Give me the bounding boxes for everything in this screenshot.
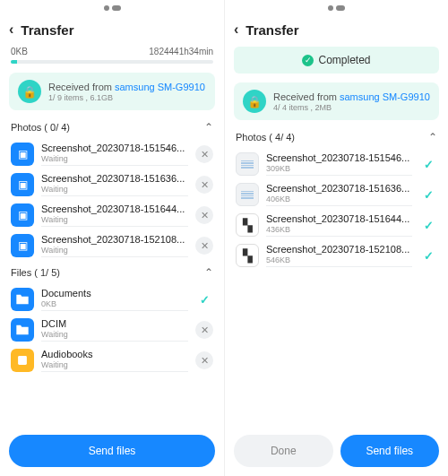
- item-name: Screenshot_20230718-152108...: [41, 234, 188, 245]
- item-size: 546KB: [266, 255, 412, 264]
- list-item: Documents 0KB ✓: [0, 284, 224, 315]
- received-card: 🔒 Received from samsung SM-G9910 4/ 4 it…: [234, 82, 439, 120]
- done-check-icon: ✓: [419, 155, 437, 173]
- done-check-icon: ✓: [419, 247, 437, 264]
- list-item: ▣ Screenshot_20230718-152108... Waiting …: [0, 230, 224, 261]
- send-files-button[interactable]: Send files: [9, 435, 215, 467]
- photos-header-label: Photos ( 0/ 4): [11, 122, 70, 133]
- done-button[interactable]: Done: [234, 435, 333, 467]
- item-name: DCIM: [41, 318, 188, 329]
- back-icon[interactable]: ‹: [234, 22, 238, 38]
- item-size: 309KB: [266, 164, 412, 173]
- item-name: Audiobooks: [41, 349, 188, 359]
- photo-icon: ▣: [11, 203, 34, 227]
- received-card: 🔒 Received from samsung SM-G9910 1/ 9 it…: [9, 73, 215, 110]
- received-label: Received from: [48, 82, 115, 92]
- progress-row: 0KB 1824441h34min: [0, 43, 224, 58]
- received-meta: 4/ 4 items , 2MB: [273, 103, 430, 112]
- received-device: samsung SM-G9910: [115, 82, 205, 92]
- list-item: ▚ Screenshot_20230718-151644... 436KB ✓: [225, 210, 448, 240]
- completed-label: Completed: [318, 54, 370, 66]
- item-name: Screenshot_20230718-151644...: [41, 203, 188, 214]
- done-check-icon: ✓: [419, 186, 437, 203]
- cancel-icon[interactable]: ✕: [195, 237, 213, 255]
- header: ‹ Transfer: [0, 16, 224, 43]
- chevron-up-icon: ⌃: [428, 131, 437, 143]
- qr-thumbnail-icon: ▚: [236, 244, 259, 267]
- item-name: Documents: [41, 288, 188, 299]
- status-bar: [0, 0, 224, 16]
- svg-rect-0: [18, 356, 27, 365]
- item-name: Screenshot_20230718-151546...: [266, 152, 412, 163]
- chevron-up-icon: ⌃: [204, 266, 213, 279]
- cancel-icon[interactable]: ✕: [195, 206, 213, 224]
- files-section-header[interactable]: Files ( 1/ 5) ⌃: [0, 261, 224, 284]
- list-item: ▚ Screenshot_20230718-152108... 546KB ✓: [225, 240, 448, 271]
- list-item: ▣ Screenshot_20230718-151636... Waiting …: [0, 169, 224, 200]
- bottom-bar: Done Send files: [225, 428, 448, 476]
- list-item: Screenshot_20230718-151546... 309KB ✓: [225, 149, 448, 179]
- progress-remaining: 1824441h34min: [149, 47, 213, 56]
- check-circle-icon: ✓: [302, 55, 314, 66]
- photos-section-header[interactable]: Photos ( 0/ 4) ⌃: [0, 116, 224, 139]
- item-status: Waiting: [41, 215, 188, 224]
- files-header-label: Files ( 1/ 5): [11, 267, 60, 278]
- device-icon: 🔒: [243, 90, 266, 113]
- device-icon: 🔒: [18, 80, 41, 103]
- item-name: Screenshot_20230718-151636...: [266, 183, 412, 194]
- photo-icon: ▣: [11, 234, 34, 257]
- item-size: 406KB: [266, 195, 412, 203]
- photo-icon: ▣: [11, 173, 34, 196]
- qr-thumbnail-icon: ▚: [236, 213, 259, 237]
- done-check-icon: ✓: [419, 216, 437, 234]
- list-item: ▣ Screenshot_20230718-151546... Waiting …: [0, 139, 224, 169]
- back-icon[interactable]: ‹: [9, 22, 13, 38]
- folder-icon: [11, 288, 34, 311]
- item-sub: Waiting: [41, 360, 188, 369]
- page-title: Transfer: [246, 22, 298, 38]
- completed-banner: ✓ Completed: [234, 47, 439, 74]
- list-item: Audiobooks Waiting ✕: [0, 345, 224, 376]
- photos-section-header[interactable]: Photos ( 4/ 4) ⌃: [225, 125, 448, 149]
- folder-icon: [11, 318, 34, 342]
- item-sub: Waiting: [41, 330, 188, 339]
- received-label: Received from: [273, 91, 340, 102]
- item-name: Screenshot_20230718-151644...: [266, 213, 412, 224]
- status-bar: [225, 0, 448, 16]
- photo-icon: ▣: [11, 143, 34, 166]
- list-item: DCIM Waiting ✕: [0, 315, 224, 345]
- progress-bar: [11, 60, 213, 64]
- received-device: samsung SM-G9910: [340, 91, 430, 102]
- page-title: Transfer: [21, 22, 73, 38]
- list-item: Screenshot_20230718-151636... 406KB ✓: [225, 179, 448, 210]
- phone-right: ‹ Transfer ✓ Completed 🔒 Received from s…: [224, 0, 448, 476]
- item-sub: 0KB: [41, 299, 188, 308]
- cancel-icon[interactable]: ✕: [195, 351, 213, 369]
- cancel-icon[interactable]: ✕: [195, 321, 213, 339]
- progress-fill: [11, 60, 17, 64]
- chevron-up-icon: ⌃: [204, 121, 213, 134]
- done-check-icon: ✓: [195, 290, 213, 308]
- thumbnail-icon: [236, 152, 259, 176]
- item-name: Screenshot_20230718-151546...: [41, 143, 188, 153]
- item-name: Screenshot_20230718-151636...: [41, 173, 188, 184]
- header: ‹ Transfer: [225, 16, 448, 43]
- item-size: 436KB: [266, 225, 412, 234]
- progress-transferred: 0KB: [11, 47, 28, 56]
- phone-left: ‹ Transfer 0KB 1824441h34min 🔒 Received …: [0, 0, 224, 476]
- cancel-icon[interactable]: ✕: [195, 145, 213, 163]
- list-item: ▣ Screenshot_20230718-151644... Waiting …: [0, 200, 224, 230]
- send-files-button[interactable]: Send files: [340, 435, 440, 467]
- item-status: Waiting: [41, 154, 188, 163]
- item-status: Waiting: [41, 185, 188, 194]
- item-status: Waiting: [41, 246, 188, 255]
- audiobook-icon: [11, 349, 34, 372]
- item-name: Screenshot_20230718-152108...: [266, 244, 412, 255]
- cancel-icon[interactable]: ✕: [195, 176, 213, 194]
- thumbnail-icon: [236, 183, 259, 206]
- photos-header-label: Photos ( 4/ 4): [236, 132, 295, 143]
- received-meta: 1/ 9 items , 6.1GB: [48, 93, 205, 102]
- bottom-bar: Send files: [0, 428, 224, 476]
